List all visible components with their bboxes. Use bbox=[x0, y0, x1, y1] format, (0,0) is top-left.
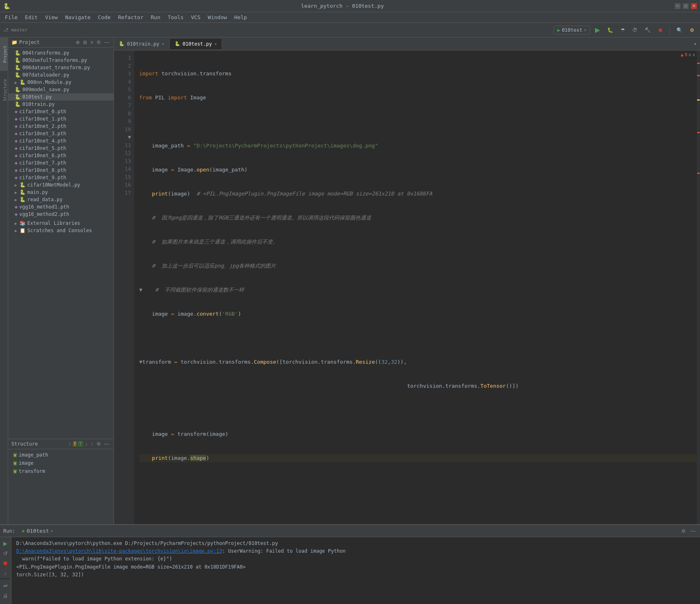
maximize-button[interactable]: □ bbox=[683, 3, 689, 9]
menu-code[interactable]: Code bbox=[95, 13, 114, 21]
struct-item-transform[interactable]: v transform bbox=[8, 467, 114, 475]
tree-item-006dataset[interactable]: 🐍 006dataset_transform.py bbox=[8, 64, 114, 71]
filter-btn4[interactable]: ↑ bbox=[90, 441, 94, 447]
run-panel: Run: ▶ 010test ✕ ⚙ — ▶ ↺ ⏹ ↓ ⇌ 🖨 D:\Anac… bbox=[0, 524, 700, 604]
run-soft-wrap-button[interactable]: ⇌ bbox=[1, 581, 10, 590]
run-settings-button[interactable]: ⚙ bbox=[680, 528, 687, 534]
tree-item-cifar10net-model[interactable]: ▶ 🐍 cifar10NetModel.py bbox=[8, 181, 114, 189]
structure-close-button[interactable]: — bbox=[103, 441, 110, 447]
run-tab-010test[interactable]: ▶ 010test ✕ bbox=[19, 528, 56, 534]
vcs-widget[interactable]: ⎇ master bbox=[3, 27, 27, 33]
structure-settings-button[interactable]: ⚙ bbox=[95, 441, 102, 447]
tree-item-cifar3[interactable]: ◆ cifar10net_3.pth bbox=[8, 130, 114, 137]
tree-item-005useful[interactable]: 🐍 005UsefulTransforms.py bbox=[8, 57, 114, 64]
tree-item-vgg16-2[interactable]: ◆ vgg16_method2.pth bbox=[8, 211, 114, 218]
code-content[interactable]: import torchvision.transforms from PIL i… bbox=[134, 51, 700, 524]
tree-item-007dataloader[interactable]: 🐍 007dataloader.py bbox=[8, 71, 114, 79]
tree-item-vgg16-1[interactable]: ◆ vgg16_method1.pth bbox=[8, 203, 114, 211]
close-button[interactable]: ✕ bbox=[691, 3, 697, 9]
tree-item-cifar4[interactable]: ◆ cifar10net_4.pth bbox=[8, 137, 114, 145]
tree-item-cifar6[interactable]: ◆ cifar10net_6.pth bbox=[8, 152, 114, 159]
run-line-3: warn(f"Failed to load image Python exten… bbox=[16, 555, 695, 563]
run-scroll-to-end[interactable]: ↓ bbox=[1, 568, 10, 577]
tree-item-scratches[interactable]: ▶ 📋 Scratches and Consoles bbox=[8, 227, 114, 234]
search-button[interactable]: 🔍 bbox=[674, 26, 685, 34]
errors-count: ▲ 8 ∧ ∨ bbox=[681, 52, 696, 57]
tree-item-main[interactable]: ▶ 🐍 main.py bbox=[8, 189, 114, 196]
menu-tools[interactable]: Tools bbox=[164, 13, 187, 21]
error-marker bbox=[697, 173, 700, 174]
menu-view[interactable]: View bbox=[42, 13, 61, 21]
run-play-button[interactable]: ▶ bbox=[1, 539, 10, 548]
run-stop-button[interactable]: ⏹ bbox=[1, 558, 10, 567]
menu-run[interactable]: Run bbox=[148, 13, 164, 21]
filter-t-button[interactable]: T bbox=[78, 441, 83, 447]
run-link[interactable]: D:\Anaconda3\envs\pytorch\lib\site-packa… bbox=[16, 548, 222, 554]
tree-item-label: cifar10net_9.pth bbox=[19, 175, 66, 180]
tabs-overflow-button[interactable]: ▾ bbox=[690, 41, 700, 47]
tree-item-008nn[interactable]: ▶ 🐍 008nn.Module.py bbox=[8, 79, 114, 86]
tree-item-external-libraries[interactable]: ▶ 📚 External Libraries bbox=[8, 220, 114, 227]
tree-item-label: cifar10net_3.pth bbox=[19, 131, 66, 136]
warning-marker bbox=[697, 99, 700, 101]
py-file-icon: 🐍 bbox=[15, 94, 21, 100]
menu-vcs[interactable]: VCS bbox=[188, 13, 203, 21]
tree-item-label: 006dataset_transform.py bbox=[22, 65, 90, 70]
tree-item-cifar1[interactable]: ◆ cifar10net_1.pth bbox=[8, 115, 114, 123]
tree-item-cifar8[interactable]: ◆ cifar10net_8.pth bbox=[8, 167, 114, 174]
tab-close-icon[interactable]: ✕ bbox=[162, 42, 164, 46]
sidebar-close-button[interactable]: — bbox=[103, 39, 110, 46]
add-content-button[interactable]: ⊕ bbox=[74, 39, 81, 46]
project-folder-icon: 📁 bbox=[11, 40, 18, 45]
menu-refactor[interactable]: Refactor bbox=[115, 13, 147, 21]
menu-window[interactable]: Window bbox=[205, 13, 230, 21]
tree-item-010train[interactable]: 🐍 010train.py bbox=[8, 101, 114, 108]
tree-item-cifar9[interactable]: ◆ cifar10net_9.pth bbox=[8, 174, 114, 181]
project-tab[interactable]: Project bbox=[0, 37, 8, 71]
build-button[interactable]: 🔨 bbox=[642, 26, 653, 34]
coverage-button[interactable]: ☂ bbox=[618, 26, 628, 34]
menu-navigate[interactable]: Navigate bbox=[62, 13, 94, 21]
menu-edit[interactable]: Edit bbox=[22, 13, 41, 21]
tree-item-010test[interactable]: 🐍 010test.py bbox=[8, 93, 114, 101]
tab-010train[interactable]: 🐍 010train.py ✕ bbox=[114, 39, 170, 49]
tree-item-cifar0[interactable]: ◆ cifar10net_0.pth bbox=[8, 108, 114, 115]
tab-010test[interactable]: 🐍 010test.py ✕ bbox=[170, 39, 222, 49]
struct-item-image[interactable]: v image bbox=[8, 459, 114, 467]
tree-item-cifar7[interactable]: ◆ cifar10net_7.pth bbox=[8, 159, 114, 167]
filter-btn3[interactable]: ↓ bbox=[84, 441, 89, 447]
profile-button[interactable]: ⏱ bbox=[630, 26, 640, 34]
settings-button[interactable]: ⚙ bbox=[687, 26, 697, 34]
stop-button[interactable]: ⏹ bbox=[656, 26, 665, 34]
tree-item-004transforms[interactable]: 🐍 004transforms.py bbox=[8, 49, 114, 57]
sidebar-settings-button[interactable]: ⚙ bbox=[95, 39, 102, 46]
errors-caret-down-icon: ∨ bbox=[692, 52, 695, 57]
scroll-to-source-button[interactable]: ⊞ bbox=[82, 39, 88, 46]
run-rerun-button[interactable]: ↺ bbox=[1, 549, 10, 558]
run-panel-minimize-button[interactable]: — bbox=[689, 528, 697, 534]
menu-help[interactable]: Help bbox=[231, 13, 250, 21]
tree-item-cifar5[interactable]: ◆ cifar10net_5.pth bbox=[8, 145, 114, 152]
sort-button[interactable]: ↕ bbox=[67, 441, 72, 447]
structure-side-tab[interactable]: Structure bbox=[0, 71, 8, 109]
tab-close-icon[interactable]: ✕ bbox=[214, 42, 217, 46]
run-print-button[interactable]: 🖨 bbox=[1, 591, 10, 600]
run-config-selector[interactable]: ▶ 010test ▾ bbox=[553, 26, 590, 35]
py-file-icon: 🐍 bbox=[15, 87, 21, 92]
tree-item-009model[interactable]: 🐍 009model_save.py bbox=[8, 86, 114, 93]
filter-f-button[interactable]: f bbox=[73, 441, 77, 447]
run-button[interactable]: ▶ bbox=[593, 25, 602, 35]
tree-item-read-data[interactable]: ▶ 🐍 read_data.py bbox=[8, 196, 114, 203]
collapse-all-button[interactable]: ≡ bbox=[89, 39, 94, 46]
tree-item-cifar2[interactable]: ◆ cifar10net_2.pth bbox=[8, 123, 114, 130]
tree-item-label: cifar10net_6.pth bbox=[19, 153, 66, 158]
title-bar-center: learn_pytorch - 010test.py bbox=[301, 3, 384, 9]
run-tab-close-button[interactable]: ✕ bbox=[50, 529, 53, 533]
library-icon: 📚 bbox=[20, 220, 26, 226]
tree-item-label: cifar10NetModel.py bbox=[27, 182, 80, 188]
menu-file[interactable]: File bbox=[2, 13, 21, 21]
debug-button[interactable]: 🐛 bbox=[605, 26, 616, 34]
code-editor[interactable]: 1 2 3 4 5 6 7 8 9 10 ▼ 11 12 13 14 15 16… bbox=[114, 51, 700, 524]
struct-item-image-path[interactable]: v image_path bbox=[8, 451, 114, 459]
minimize-button[interactable]: ─ bbox=[675, 3, 680, 9]
